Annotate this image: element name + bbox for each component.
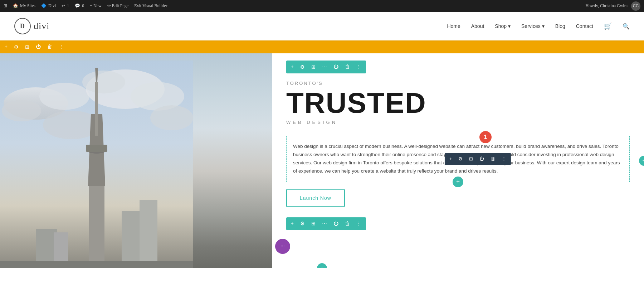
inline-toolbar: + ⚙ ⊞ ⏻ 🗑 ⋮ <box>445 153 511 165</box>
image-column <box>0 53 272 268</box>
section-toggle-btn[interactable]: ⏻ <box>34 43 43 50</box>
cart-icon[interactable]: 🛒 <box>604 22 612 30</box>
site-header: D divi Home About Shop ▾ Services ▾ Blog… <box>0 12 644 40</box>
inline-add-btn[interactable]: + <box>448 155 454 163</box>
section-boundary-plus[interactable]: + <box>639 156 644 166</box>
bottom-settings-btn[interactable]: ⚙ <box>298 220 307 227</box>
bottom-add-btn[interactable]: + <box>289 220 296 227</box>
svg-point-8 <box>150 105 193 130</box>
comment-icon: 💬 <box>75 3 80 9</box>
text-module-add-circle[interactable]: + <box>453 177 463 187</box>
module-layout-btn[interactable]: ⊞ <box>309 63 317 71</box>
nav-services[interactable]: Services ▾ <box>521 23 545 29</box>
nav-contact[interactable]: Contact <box>576 23 593 29</box>
comments-icon: ↩ <box>62 3 65 9</box>
site-logo[interactable]: D divi <box>14 18 49 34</box>
purple-menu-circle[interactable]: ··· <box>275 239 290 254</box>
module-add-btn[interactable]: + <box>289 63 296 71</box>
exit-builder-item[interactable]: Exit Visual Builder <box>134 3 167 9</box>
hero-main-heading: TRUSTED <box>286 89 426 117</box>
new-label: + New <box>90 3 101 9</box>
inline-layout-btn[interactable]: ⊞ <box>467 155 475 163</box>
logo-letter: D <box>20 23 25 30</box>
comment-count-label: 0 <box>82 3 84 9</box>
inline-power-btn[interactable]: ⏻ <box>478 155 486 163</box>
bottom-power-btn[interactable]: ⏻ <box>332 220 340 227</box>
module-more-btn[interactable]: ⋮ <box>355 63 363 71</box>
exit-builder-label: Exit Visual Builder <box>134 3 167 9</box>
hero-subheading: TORONTO'S <box>286 81 323 86</box>
bottom-delete-btn[interactable]: 🗑 <box>343 220 352 227</box>
main-section: + ⚙ ⊞ ⋯ ⏻ 🗑 ⋮ TORONTO'S TRUSTED WEB DESI… <box>0 53 644 268</box>
services-dropdown-icon: ▾ <box>542 23 545 29</box>
edit-page-label: ✏ Edit Page <box>107 3 128 9</box>
section-toolbar-top: + ⚙ ⊞ ⏻ 🗑 ⋮ <box>0 40 644 53</box>
my-sites-label: My Sites <box>20 3 35 9</box>
site-nav: Home About Shop ▾ Services ▾ Blog Contac… <box>447 22 630 30</box>
admin-bar: ⊞ 🏠 My Sites 🔷 Divi ↩ 1 💬 0 + New ✏ Edit… <box>0 0 644 12</box>
nav-shop[interactable]: Shop ▾ <box>495 23 511 29</box>
module-power-btn[interactable]: ⏻ <box>332 63 340 71</box>
svg-point-3 <box>2 100 41 121</box>
hero-image <box>0 53 272 268</box>
bottom-more-btn[interactable]: ⋮ <box>355 220 363 227</box>
my-sites-item[interactable]: 🏠 My Sites <box>13 3 35 9</box>
module-settings-btn[interactable]: ⚙ <box>298 63 307 71</box>
launch-button[interactable]: Launch Now <box>286 189 345 207</box>
edit-page-item[interactable]: ✏ Edit Page <box>107 3 128 9</box>
my-sites-icon: 🏠 <box>13 3 18 9</box>
avatar[interactable]: CG <box>631 1 640 11</box>
logo-circle: D <box>14 18 31 34</box>
user-greeting: Howdy, Christina Gwira <box>585 3 628 9</box>
badge-number: 1 <box>479 131 492 143</box>
section-layout-btn[interactable]: ⊞ <box>23 43 31 51</box>
section-settings-btn[interactable]: ⚙ <box>12 43 20 51</box>
bottom-columns-btn[interactable]: ⋯ <box>320 220 329 227</box>
module-delete-btn[interactable]: 🗑 <box>343 63 352 71</box>
svg-rect-12 <box>86 145 107 152</box>
nav-blog[interactable]: Blog <box>555 23 565 29</box>
comments-count: 1 <box>67 3 69 9</box>
svg-point-6 <box>82 71 125 93</box>
module-columns-btn[interactable]: ⋯ <box>320 63 329 71</box>
new-item[interactable]: + New <box>90 3 101 9</box>
content-column: + ⚙ ⊞ ⋯ ⏻ 🗑 ⋮ TORONTO'S TRUSTED WEB DESI… <box>272 53 644 268</box>
svg-point-2 <box>39 83 89 110</box>
svg-rect-16 <box>140 200 157 268</box>
wp-icon: ⊞ <box>4 3 7 9</box>
logo-text: divi <box>34 21 49 32</box>
svg-rect-9 <box>89 186 104 268</box>
divi-icon: 🔷 <box>41 3 47 9</box>
text-module: 1 Web design is a crucial aspect of mode… <box>286 136 630 182</box>
search-icon[interactable]: 🔍 <box>623 23 630 30</box>
comment-bubble-item[interactable]: 💬 0 <box>75 3 84 9</box>
inline-delete-btn[interactable]: 🗑 <box>489 155 497 163</box>
module-toolbar-top: + ⚙ ⊞ ⋯ ⏻ 🗑 ⋮ <box>286 61 366 73</box>
shop-dropdown-icon: ▾ <box>508 23 511 29</box>
admin-bar-right: Howdy, Christina Gwira CG <box>585 1 640 11</box>
divi-label: Divi <box>48 3 56 9</box>
svg-rect-19 <box>0 261 193 268</box>
nav-home[interactable]: Home <box>447 23 460 29</box>
svg-rect-13 <box>95 82 98 136</box>
inline-settings-btn[interactable]: ⚙ <box>457 155 464 163</box>
page-content: + ⚙ ⊞ ⏻ 🗑 ⋮ <box>0 40 644 268</box>
bottom-layout-btn[interactable]: ⊞ <box>309 220 317 227</box>
inline-more-btn[interactable]: ⋮ <box>500 155 508 163</box>
comments-item[interactable]: ↩ 1 <box>62 3 69 9</box>
section-add-btn[interactable]: + <box>3 43 9 50</box>
section-delete-btn[interactable]: 🗑 <box>45 43 54 50</box>
hero-sub-subheading: WEB DESIGN <box>286 120 337 125</box>
wp-logo[interactable]: ⊞ <box>4 3 7 9</box>
nav-about[interactable]: About <box>471 23 484 29</box>
section-more-btn[interactable]: ⋮ <box>57 43 65 51</box>
divi-item[interactable]: 🔷 Divi <box>41 3 56 9</box>
bottom-module-toolbar: + ⚙ ⊞ ⋯ ⏻ 🗑 ⋮ <box>286 217 366 230</box>
